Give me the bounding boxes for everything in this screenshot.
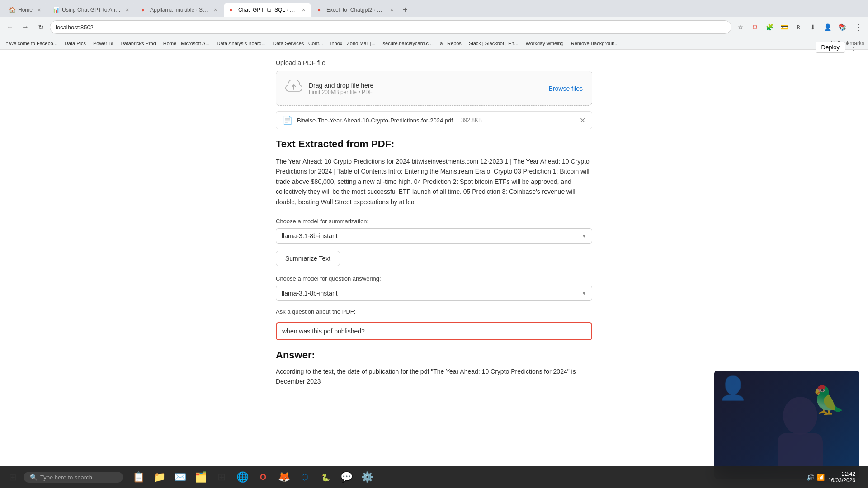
bookmark-dataanalysis-label: Data Analysis Board... bbox=[217, 41, 266, 46]
extracted-text-content: The Year Ahead: 10 Crypto Predictions fo… bbox=[276, 156, 592, 207]
summarize-text-button[interactable]: Summarize Text bbox=[276, 251, 340, 266]
bookmark-workday[interactable]: Workday wmeing bbox=[523, 40, 566, 47]
taskbar-app-windows[interactable]: ⊞ bbox=[212, 467, 231, 487]
taskbar-app-taskviz[interactable]: 📋 bbox=[128, 467, 148, 487]
upload-dropzone[interactable]: Drag and drop file here Limit 200MB per … bbox=[276, 71, 592, 106]
wallet-icon[interactable]: 💳 bbox=[778, 21, 790, 33]
bookmark-databricks[interactable]: Databricks Prod bbox=[118, 40, 159, 47]
taskbar-app-unknown[interactable]: ⚙️ bbox=[357, 467, 377, 487]
file-pdf-icon: 📄 bbox=[283, 115, 292, 125]
file-remove-button[interactable]: ✕ bbox=[580, 116, 585, 125]
bookmark-datapics[interactable]: Data Pics bbox=[62, 40, 89, 47]
address-bar-row: ← → ↻ ☆ O 🧩 💳 ₿ ⬇ 👤 📚 ⋮ bbox=[0, 17, 868, 37]
question-label: Ask a question about the PDF: bbox=[276, 308, 592, 315]
taskbar-search-text: Type here to search bbox=[40, 474, 92, 481]
reload-button[interactable]: ↻ bbox=[34, 21, 47, 33]
bookmark-dataservices-label: Data Services - Conf... bbox=[273, 41, 323, 46]
tab-close-excel[interactable]: ✕ bbox=[390, 7, 394, 13]
webcam-overlay: 🦜 👤 bbox=[714, 371, 859, 479]
tab-label-appllama: Appllama_multible · Streamlit bbox=[150, 7, 209, 13]
app-menu-icon[interactable]: ⋮ bbox=[849, 42, 857, 52]
summarization-model-select[interactable]: llama-3.1-8b-instant llama-3.1-70b-insta… bbox=[276, 228, 592, 244]
bookmark-repos[interactable]: a - Repos bbox=[437, 40, 464, 47]
taskbar-clock[interactable]: 22:42 16/03/2026 bbox=[828, 471, 855, 483]
start-button[interactable]: ⊞ bbox=[4, 468, 22, 486]
bookmark-repos-label: a - Repos bbox=[440, 41, 462, 46]
tab-chatgpt-analyse[interactable]: 📊 Using Chat GPT to Analyse Ex... ✕ bbox=[47, 3, 135, 17]
bookmark-inbox-label: Inbox - Zoho Mail |... bbox=[330, 41, 375, 46]
taskbar: ⊞ 🔍 Type here to search 📋 📁 ✉️ 🗂️ ⊞ 🌐 O … bbox=[0, 466, 868, 488]
qa-model-select[interactable]: llama-3.1-8b-instant llama-3.1-70b-insta… bbox=[276, 286, 592, 301]
taskbar-app-explorer[interactable]: 📁 bbox=[149, 467, 169, 487]
taskbar-app-edge[interactable]: 🌐 bbox=[232, 467, 252, 487]
browse-files-button[interactable]: Browse files bbox=[549, 85, 583, 92]
taskbar-app-filemanager[interactable]: 🗂️ bbox=[191, 467, 211, 487]
summarization-select-wrapper: llama-3.1-8b-instant llama-3.1-70b-insta… bbox=[276, 228, 592, 244]
deploy-area: Deploy ⋮ bbox=[816, 42, 857, 53]
bookmark-barclaycard[interactable]: secure.barclaycard.c... bbox=[380, 40, 436, 47]
parrot-decoration: 🦜 bbox=[811, 384, 845, 416]
extracted-title: Text Extracted from PDF: bbox=[276, 138, 592, 150]
bookmark-powerbi-label: Power BI bbox=[93, 41, 113, 46]
tab-close-appllama[interactable]: ✕ bbox=[213, 7, 217, 13]
back-button[interactable]: ← bbox=[4, 21, 16, 33]
bookmark-databricks-label: Databricks Prod bbox=[121, 41, 156, 46]
tray-icon-2: 📶 bbox=[817, 474, 825, 481]
taskbar-app-discord[interactable]: 💬 bbox=[336, 467, 356, 487]
tab-label-excel: Excel_to_Chatgpt2 · Streamlit bbox=[326, 7, 385, 13]
qa-model-label: Choose a model for question answering: bbox=[276, 275, 592, 282]
bookmark-inbox[interactable]: Inbox - Zoho Mail |... bbox=[327, 40, 378, 47]
forward-button[interactable]: → bbox=[19, 21, 32, 33]
extracted-section: Text Extracted from PDF: The Year Ahead:… bbox=[276, 138, 592, 207]
bookmark-removebg[interactable]: Remove Backgroun... bbox=[568, 40, 622, 47]
bookmark-dataservices[interactable]: Data Services - Conf... bbox=[270, 40, 326, 47]
taskbar-app-firefox[interactable]: 🦊 bbox=[274, 467, 294, 487]
taskbar-app-mail[interactable]: ✉️ bbox=[170, 467, 190, 487]
page-wrapper: Upload a PDF file Drag and drop file her… bbox=[267, 59, 601, 387]
upload-cloud-icon bbox=[285, 80, 302, 97]
tab-excel-chatgpt[interactable]: ● Excel_to_Chatgpt2 · Streamlit ✕ bbox=[312, 3, 399, 17]
tab-label-sql: Chat_GPT_to_SQL · Streamlit bbox=[238, 7, 297, 13]
taskbar-app-opera[interactable]: O bbox=[253, 467, 273, 487]
qa-section: Choose a model for question answering: l… bbox=[276, 275, 592, 349]
tab-label-chatgpt: Using Chat GPT to Analyse Ex... bbox=[62, 7, 121, 13]
bookmark-facebook[interactable]: f Welcome to Facebo... bbox=[4, 40, 60, 47]
question-input[interactable] bbox=[276, 322, 592, 340]
opera-icon[interactable]: O bbox=[749, 21, 761, 33]
bookmark-dataanalysis[interactable]: Data Analysis Board... bbox=[214, 40, 269, 47]
answer-text-content: According to the text, the date of publi… bbox=[276, 366, 592, 387]
new-tab-button[interactable]: + bbox=[400, 5, 410, 16]
taskbar-search[interactable]: 🔍 Type here to search bbox=[24, 472, 123, 483]
bookmarks-icon[interactable]: 📚 bbox=[835, 21, 848, 33]
taskbar-app-pycharm[interactable]: 🐍 bbox=[316, 467, 335, 487]
bookmark-slack[interactable]: Slack | Slackbot | En... bbox=[466, 40, 521, 47]
summarization-model-label: Choose a model for summarization: bbox=[276, 218, 592, 225]
bookmark-microsoft-label: Home - Microsoft A... bbox=[163, 41, 210, 46]
address-input[interactable] bbox=[50, 20, 731, 34]
star-icon[interactable]: ☆ bbox=[734, 21, 747, 33]
taskbar-right: 🔊 📶 22:42 16/03/2026 bbox=[807, 471, 864, 483]
tab-close-home[interactable]: ✕ bbox=[37, 7, 41, 13]
tab-close-sql[interactable]: ✕ bbox=[302, 7, 306, 13]
taskbar-app-vscode[interactable]: ⬡ bbox=[295, 467, 315, 487]
bookmark-barclaycard-label: secure.barclaycard.c... bbox=[383, 41, 433, 46]
tab-close-chatgpt[interactable]: ✕ bbox=[125, 7, 129, 13]
bookmark-powerbi[interactable]: Power BI bbox=[90, 40, 116, 47]
tab-appllama[interactable]: ● Appllama_multible · Streamlit ✕ bbox=[136, 3, 223, 17]
extensions-icon[interactable]: 🧩 bbox=[763, 21, 776, 33]
bookmark-microsoft[interactable]: Home - Microsoft A... bbox=[160, 40, 212, 47]
downloads-icon[interactable]: ⬇ bbox=[807, 21, 819, 33]
tab-favicon-appllama: ● bbox=[141, 7, 147, 13]
taskbar-search-icon: 🔍 bbox=[30, 474, 38, 481]
tab-chatgpt-sql[interactable]: ● Chat_GPT_to_SQL · Streamlit ✕ bbox=[224, 3, 311, 17]
more-options-icon[interactable]: ⋮ bbox=[852, 21, 864, 33]
tab-home[interactable]: 🏠 Home ✕ bbox=[4, 3, 47, 17]
qa-select-wrapper: llama-3.1-8b-instant llama-3.1-70b-insta… bbox=[276, 286, 592, 301]
account-icon[interactable]: 👤 bbox=[821, 21, 834, 33]
upload-section: Upload a PDF file Drag and drop file her… bbox=[276, 59, 592, 129]
upload-text-main: Drag and drop file here bbox=[309, 82, 373, 89]
crypto-icon[interactable]: ₿ bbox=[792, 21, 805, 33]
tab-favicon-sql: ● bbox=[229, 7, 236, 13]
tab-favicon-excel: ● bbox=[317, 7, 324, 13]
deploy-button[interactable]: Deploy bbox=[816, 42, 845, 53]
